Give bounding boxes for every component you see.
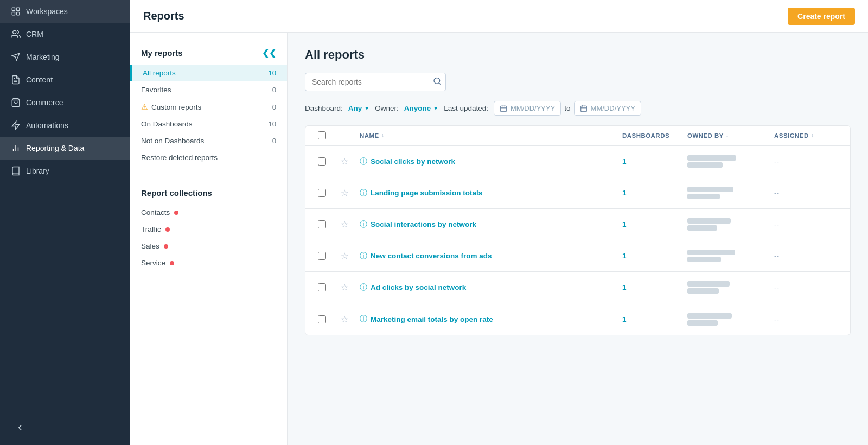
search-icon <box>433 77 442 86</box>
row3-star[interactable]: ☆ <box>334 214 355 235</box>
row5-checkbox-cell[interactable] <box>310 278 334 297</box>
row3-checkbox[interactable] <box>318 220 326 228</box>
bar-chart-icon <box>11 143 21 153</box>
my-reports-label: My reports <box>141 48 183 58</box>
sidebar-item-label: Workspaces <box>26 7 68 16</box>
body-layout: My reports ❮❮ All reports 10 Favorites 0… <box>130 33 868 445</box>
row5-owner-cell <box>683 276 770 299</box>
date-range-wrap: MM/DD/YYYY to MM/DD/YYYY <box>494 101 641 116</box>
owned-by-header-cell[interactable]: OWNED BY ↕ <box>683 127 770 144</box>
favorites-label: Favorites <box>141 86 171 94</box>
svg-point-12 <box>434 78 440 84</box>
row4-star[interactable]: ☆ <box>334 245 355 266</box>
row3-assigned-cell: -- <box>770 215 846 234</box>
collection-item-sales[interactable]: Sales <box>130 238 287 255</box>
sidebar-item-all-reports[interactable]: All reports 10 <box>130 65 287 81</box>
row3-owner-cell <box>683 213 770 236</box>
svg-line-13 <box>439 83 441 85</box>
name-sort-icon[interactable]: ↕ <box>381 132 384 138</box>
row6-checkbox[interactable] <box>318 315 326 323</box>
file-text-icon <box>11 75 21 85</box>
sidebar-item-library[interactable]: Library <box>0 160 130 182</box>
row3-report-link[interactable]: Social interactions by network <box>371 220 476 228</box>
sidebar-item-not-on-dashboards[interactable]: Not on Dashboards 0 <box>130 132 287 149</box>
row1-name-cell: ⓘ Social clicks by network <box>355 151 618 172</box>
row1-star[interactable]: ☆ <box>334 151 355 172</box>
sidebar-item-crm[interactable]: CRM <box>0 23 130 46</box>
row1-owner-blurred <box>687 155 765 168</box>
sidebar-item-marketing[interactable]: Marketing <box>0 46 130 68</box>
row2-star[interactable]: ☆ <box>334 182 355 204</box>
blurred-row <box>687 162 723 168</box>
dashboard-filter-select[interactable]: Any ▼ <box>348 104 369 112</box>
date-to-input[interactable]: MM/DD/YYYY <box>574 101 641 116</box>
table-row: ☆ ⓘ Ad clicks by social network 1 <box>305 272 850 303</box>
shopping-bag-icon <box>11 98 21 107</box>
top-header: Reports Create report <box>130 0 868 33</box>
row6-owner-cell <box>683 308 770 331</box>
row4-checkbox-cell[interactable] <box>310 246 334 265</box>
sales-label: Sales <box>141 242 159 250</box>
sidebar-item-label: Library <box>26 167 49 175</box>
search-button[interactable] <box>433 77 442 87</box>
assigned-header-cell[interactable]: ASSIGNED ↕ <box>770 127 846 144</box>
row1-owner-cell <box>683 150 770 173</box>
row5-report-link[interactable]: Ad clicks by social network <box>371 283 466 291</box>
name-header-cell[interactable]: NAME ↕ <box>355 127 618 144</box>
row6-checkbox-cell[interactable] <box>310 310 334 329</box>
search-input[interactable] <box>305 73 446 91</box>
sidebar-collapse-icon[interactable]: ❮❮ <box>262 48 276 58</box>
row6-report-link[interactable]: Marketing email totals by open rate <box>371 315 493 323</box>
info-icon: ⓘ <box>360 314 367 324</box>
sidebar-item-label: Automations <box>26 121 68 130</box>
sidebar-item-restore-deleted[interactable]: Restore deleted reports <box>130 149 287 166</box>
collection-item-traffic[interactable]: Traffic <box>130 221 287 238</box>
row1-report-link[interactable]: Social clicks by network <box>371 157 455 166</box>
select-all-checkbox[interactable] <box>318 131 326 139</box>
create-report-button[interactable]: Create report <box>788 8 855 25</box>
row3-checkbox-cell[interactable] <box>310 215 334 234</box>
select-all-cell[interactable] <box>310 126 334 145</box>
row2-checkbox-cell[interactable] <box>310 183 334 202</box>
date-separator: to <box>564 104 570 112</box>
sidebar-item-favorites[interactable]: Favorites 0 <box>130 81 287 98</box>
sidebar-item-on-dashboards[interactable]: On Dashboards 10 <box>130 116 287 132</box>
sidebar-item-automations[interactable]: Automations <box>0 114 130 137</box>
collection-item-contacts[interactable]: Contacts <box>130 204 287 221</box>
sidebar-item-workspaces[interactable]: Workspaces <box>0 0 130 23</box>
sidebar-item-content[interactable]: Content <box>0 68 130 91</box>
filters-row: Dashboard: Any ▼ Owner: Anyone ▼ Last up… <box>305 101 851 116</box>
collapse-nav-button[interactable] <box>11 418 29 438</box>
date-from-input[interactable]: MM/DD/YYYY <box>494 101 561 116</box>
favorites-count: 0 <box>272 86 276 94</box>
row2-report-link[interactable]: Landing page submission totals <box>371 189 482 197</box>
row5-checkbox[interactable] <box>318 283 326 291</box>
row6-star[interactable]: ☆ <box>334 309 355 330</box>
row5-star[interactable]: ☆ <box>334 277 355 298</box>
assigned-sort-icon[interactable]: ↕ <box>811 132 814 138</box>
blurred-row <box>687 320 718 326</box>
row4-dashboard-count: 1 <box>622 252 627 260</box>
row4-report-link[interactable]: New contact conversions from ads <box>371 252 492 260</box>
row4-checkbox[interactable] <box>318 252 326 260</box>
sidebar-item-reporting[interactable]: Reporting & Data <box>0 137 130 160</box>
svg-point-4 <box>13 30 16 34</box>
row2-owner-cell <box>683 181 770 205</box>
svg-rect-0 <box>12 8 15 10</box>
owner-filter-select[interactable]: Anyone ▼ <box>404 104 438 112</box>
calendar-icon <box>500 105 507 112</box>
collection-item-service[interactable]: Service <box>130 255 287 271</box>
owned-by-sort-icon[interactable]: ↕ <box>726 132 729 138</box>
row5-dashboard-count: 1 <box>622 283 627 291</box>
row1-checkbox[interactable] <box>318 157 326 166</box>
row1-checkbox-cell[interactable] <box>310 152 334 171</box>
info-icon: ⓘ <box>360 188 367 198</box>
blurred-row <box>687 257 721 262</box>
users-icon <box>11 29 21 39</box>
star-header-cell <box>334 130 355 141</box>
collections-header: Report collections <box>130 184 287 204</box>
row2-checkbox[interactable] <box>318 189 326 197</box>
sidebar-item-custom-reports[interactable]: ⚠ Custom reports 0 <box>130 98 287 116</box>
sidebar-item-commerce[interactable]: Commerce <box>0 91 130 114</box>
svg-rect-1 <box>17 8 20 10</box>
